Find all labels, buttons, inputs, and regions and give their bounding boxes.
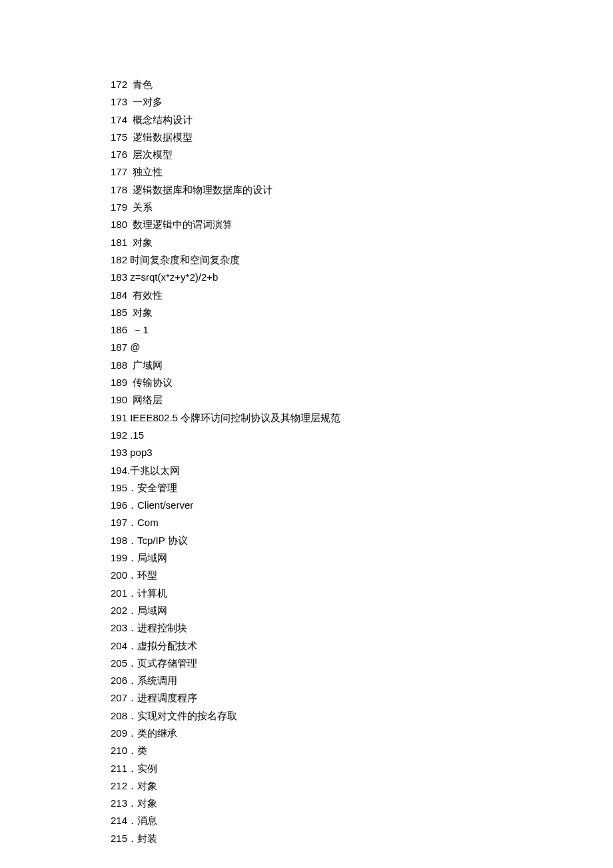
list-item: 190 网络层 [111, 391, 613, 409]
item-separator: ． [127, 815, 137, 826]
list-item: 199．局域网 [111, 549, 613, 567]
list-item: 214．消息 [111, 812, 613, 829]
list-item: 179 关系 [111, 199, 613, 216]
document-list: 172 青色173 一对多174 概念结构设计175 逻辑数据模型176 层次模… [111, 76, 613, 847]
item-number: 210 [111, 745, 127, 756]
list-item: 200．环型 [111, 567, 613, 584]
item-content: z=srqt(x*z+y*2)/2+b [130, 271, 218, 283]
item-number: 200 [111, 569, 127, 581]
item-separator: ． [127, 535, 137, 546]
item-separator: ． [127, 675, 137, 686]
item-content: 进程调度程序 [137, 692, 197, 703]
list-item: 196．Client/server [111, 497, 613, 514]
list-item: 213．对象 [111, 795, 613, 812]
item-content: pop3 [130, 447, 152, 458]
item-content: 系统调用 [137, 675, 177, 686]
item-content: 封装 [137, 833, 157, 844]
item-separator: ． [127, 640, 137, 651]
item-content: Tcp/IP 协议 [137, 535, 188, 546]
item-number: 194 [111, 465, 127, 476]
list-item: 173 一对多 [111, 93, 613, 111]
item-content: 虚拟分配技术 [137, 640, 197, 651]
item-content: 一对多 [133, 96, 163, 107]
item-content: 独立性 [133, 166, 163, 177]
item-number: 192 [111, 429, 127, 441]
list-item: 212．对象 [111, 777, 613, 795]
list-item: 185 对象 [111, 304, 613, 321]
item-content: 传输协议 [133, 377, 173, 388]
item-separator: ． [127, 499, 137, 511]
item-content: 类 [137, 745, 147, 756]
list-item: 191 IEEE802.5 令牌环访问控制协议及其物理层规范 [111, 409, 613, 427]
item-number: 191 [111, 412, 127, 423]
item-content: 逻辑数据库和物理数据库的设计 [133, 184, 273, 195]
list-item: 178 逻辑数据库和物理数据库的设计 [111, 181, 613, 199]
item-content: 环型 [137, 569, 157, 581]
list-item: 192 .15 [111, 427, 613, 444]
list-item: 211．实例 [111, 760, 613, 777]
item-content: 对象 [133, 307, 153, 318]
item-content: @ [130, 341, 140, 353]
item-content: 数理逻辑中的谓词演算 [133, 219, 233, 230]
item-separator: ． [127, 727, 137, 739]
list-item: 198．Tcp/IP 协议 [111, 532, 613, 549]
item-number: 189 [111, 377, 127, 388]
item-number: 177 [111, 166, 127, 177]
item-separator: ． [127, 833, 137, 844]
list-item: 210．类 [111, 742, 613, 759]
item-number: 212 [111, 780, 127, 791]
item-content: 页式存储管理 [137, 657, 197, 669]
item-number: 215 [111, 833, 127, 844]
list-item: 172 青色 [111, 76, 613, 93]
item-number: 195 [111, 482, 127, 493]
item-number: 207 [111, 692, 127, 703]
list-item: 176 层次模型 [111, 146, 613, 163]
list-item: 205．页式存储管理 [111, 655, 613, 672]
item-content: 局域网 [137, 605, 167, 616]
item-number: 179 [111, 201, 127, 213]
item-content: 实例 [137, 763, 157, 774]
item-number: 197 [111, 517, 127, 528]
item-number: 182 [111, 254, 127, 265]
list-item: 187 @ [111, 339, 613, 356]
item-number: 174 [111, 114, 127, 125]
item-number: 185 [111, 307, 127, 318]
item-separator: ． [127, 552, 137, 563]
list-item: 180 数理逻辑中的谓词演算 [111, 216, 613, 233]
list-item: 193 pop3 [111, 444, 613, 461]
item-content: 对象 [137, 780, 157, 791]
item-number: 208 [111, 710, 127, 721]
item-number: 211 [111, 763, 127, 774]
item-number: 172 [111, 79, 127, 90]
item-separator: ． [127, 797, 137, 809]
item-content: 计算机 [137, 587, 167, 599]
list-item: 184 有效性 [111, 287, 613, 304]
item-separator: ． [127, 622, 137, 633]
item-content: 类的继承 [137, 727, 177, 739]
list-item: 204．虚拟分配技术 [111, 637, 613, 655]
list-item: 203．进程控制块 [111, 619, 613, 637]
item-content: 网络层 [133, 394, 163, 405]
item-number: 203 [111, 622, 127, 633]
list-item: 183 z=srqt(x*z+y*2)/2+b [111, 269, 613, 286]
item-number: 198 [111, 535, 127, 546]
item-content: 有效性 [133, 289, 163, 301]
item-content: 实现对文件的按名存取 [137, 710, 237, 721]
item-content: 概念结构设计 [133, 114, 193, 125]
item-separator: ． [127, 692, 137, 703]
item-number: 196 [111, 499, 127, 511]
item-number: 176 [111, 149, 127, 160]
item-content: IEEE802.5 令牌环访问控制协议及其物理层规范 [130, 412, 340, 423]
item-separator: ． [127, 780, 137, 791]
item-number: 202 [111, 605, 127, 616]
list-item: 202．局域网 [111, 602, 613, 619]
item-number: 214 [111, 815, 127, 826]
list-item: 182 时间复杂度和空间复杂度 [111, 251, 613, 269]
list-item: 197．Com [111, 514, 613, 531]
item-content: 层次模型 [133, 149, 173, 160]
item-content: 时间复杂度和空间复杂度 [130, 254, 240, 265]
item-number: 206 [111, 675, 127, 686]
item-content: Client/server [137, 499, 193, 511]
item-number: 190 [111, 394, 127, 405]
list-item: 174 概念结构设计 [111, 111, 613, 129]
